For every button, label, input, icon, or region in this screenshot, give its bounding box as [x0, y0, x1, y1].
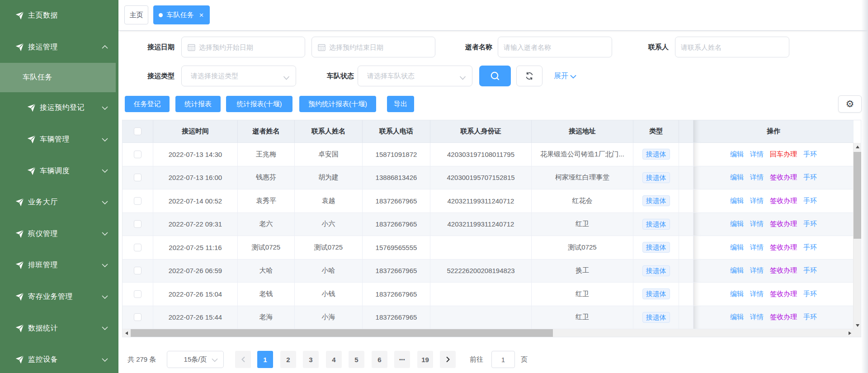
row-action-link[interactable]: 详情	[750, 197, 764, 205]
row-action-link[interactable]: 签收办理	[770, 220, 797, 228]
sidebar-item[interactable]: 数据统计	[0, 312, 118, 344]
page-number-button[interactable]: •••	[394, 351, 410, 368]
row-action-link[interactable]: 编辑	[730, 150, 744, 159]
cell-checkbox	[123, 236, 153, 259]
row-action-link[interactable]: 手环	[803, 313, 817, 321]
page-number-button[interactable]: 5	[349, 351, 364, 368]
row-action-link[interactable]: 手环	[803, 243, 817, 252]
table-horizontal-scrollbar[interactable]	[123, 329, 854, 337]
row-action-link[interactable]: 手环	[803, 197, 817, 205]
page-number-button[interactable]: 6	[372, 351, 387, 368]
row-action-link[interactable]: 签收办理	[770, 290, 797, 298]
paper-plane-icon	[15, 260, 24, 270]
date-start-input[interactable]	[182, 37, 305, 57]
sidebar-item[interactable]: 殡仪管理	[0, 218, 118, 250]
tab-fleet-tasks[interactable]: 车队任务 ×	[153, 5, 210, 24]
row-checkbox[interactable]	[134, 220, 142, 228]
stats-report-button[interactable]: 统计报表	[175, 96, 221, 112]
row-checkbox[interactable]	[134, 197, 142, 205]
prev-page-button[interactable]	[235, 351, 251, 368]
row-action-link[interactable]: 详情	[750, 150, 764, 159]
sidebar-item[interactable]: 主页数据	[0, 0, 118, 32]
cell-spacer	[679, 213, 693, 236]
row-action-link[interactable]: 详情	[750, 243, 764, 252]
goto-page-input[interactable]	[491, 351, 515, 368]
row-action-link[interactable]: 手环	[803, 150, 817, 159]
scroll-right-icon[interactable]	[846, 329, 854, 337]
sidebar-item[interactable]: 接运预约登记	[0, 92, 118, 124]
row-checkbox[interactable]	[134, 174, 142, 181]
row-action-link[interactable]: 编辑	[730, 266, 744, 275]
stats-report-shiyan-button[interactable]: 统计报表(十堰)	[226, 96, 292, 112]
page-number-button[interactable]: 2	[280, 351, 296, 368]
cell-type: 接遗体	[633, 213, 679, 236]
row-action-link[interactable]: 编辑	[730, 313, 744, 321]
expand-link[interactable]: 展开	[554, 66, 576, 86]
row-action-link[interactable]: 详情	[750, 313, 764, 321]
sidebar-item[interactable]: 车辆调度	[0, 155, 118, 187]
row-action-link[interactable]: 签收办理	[770, 266, 797, 275]
row-checkbox[interactable]	[134, 151, 142, 158]
row-action-link[interactable]: 详情	[750, 173, 764, 182]
sidebar-item[interactable]: 接运管理	[0, 32, 118, 63]
sidebar-item-label: 监控设备	[28, 355, 58, 364]
sidebar-item[interactable]: 寄存业务管理	[0, 281, 118, 313]
tab-home[interactable]: 主页	[124, 5, 148, 24]
export-button[interactable]: 导出	[387, 96, 414, 112]
row-action-link[interactable]: 签收办理	[770, 313, 797, 321]
scroll-down-icon[interactable]	[854, 321, 861, 329]
row-action-link[interactable]: 回车办理	[770, 150, 797, 159]
sidebar-item-label: 寄存业务管理	[28, 292, 73, 302]
row-checkbox[interactable]	[134, 313, 142, 321]
row-action-link[interactable]: 签收办理	[770, 173, 797, 182]
cell-actions: 编辑详情签收办理手环	[693, 189, 854, 212]
page-number-button[interactable]: 19	[417, 351, 433, 368]
page-number-button[interactable]: 3	[303, 351, 319, 368]
next-page-button[interactable]	[440, 351, 456, 368]
sidebar-item[interactable]: 排班管理	[0, 250, 118, 281]
sidebar-item[interactable]: 业务大厅	[0, 187, 118, 218]
cell-checkbox	[123, 306, 153, 329]
task-register-button[interactable]: 任务登记	[125, 96, 170, 112]
sidebar-item[interactable]: 车队任务	[0, 63, 118, 92]
row-action-link[interactable]: 签收办理	[770, 243, 797, 252]
row-action-link[interactable]: 手环	[803, 290, 817, 298]
row-action-link[interactable]: 编辑	[730, 173, 744, 182]
fleet-select[interactable]: 请选择车队状态	[358, 66, 472, 86]
row-action-link[interactable]: 编辑	[730, 197, 744, 205]
row-checkbox[interactable]	[134, 290, 142, 298]
table-vertical-scrollbar[interactable]	[853, 143, 861, 329]
row-action-link[interactable]: 编辑	[730, 290, 744, 298]
row-action-link[interactable]: 手环	[803, 173, 817, 182]
sidebar-item[interactable]: 车辆管理	[0, 124, 118, 156]
select-all-checkbox[interactable]	[134, 127, 142, 135]
row-checkbox[interactable]	[134, 267, 142, 274]
sidebar-item-label: 主页数据	[28, 11, 58, 20]
reserve-stats-report-shiyan-button[interactable]: 预约统计报表(十堰)	[299, 96, 376, 112]
row-action-link[interactable]: 编辑	[730, 220, 744, 228]
page-size-select[interactable]: 15条/页	[167, 351, 224, 368]
row-checkbox[interactable]	[134, 244, 142, 251]
type-tag: 接遗体	[642, 288, 670, 299]
row-action-link[interactable]: 签收办理	[770, 197, 797, 205]
vertical-scroll-thumb[interactable]	[854, 152, 861, 239]
sidebar-item[interactable]: 监控设备	[0, 344, 118, 373]
scroll-up-icon[interactable]	[854, 143, 861, 151]
close-icon[interactable]: ×	[198, 11, 205, 19]
row-action-link[interactable]: 详情	[750, 220, 764, 228]
scroll-left-icon[interactable]	[123, 329, 130, 337]
page-number-button[interactable]: 1	[257, 351, 273, 368]
row-action-link[interactable]: 手环	[803, 266, 817, 275]
page-number-button[interactable]: 4	[326, 351, 342, 368]
row-action-link[interactable]: 详情	[750, 266, 764, 275]
chevron-down-icon	[102, 232, 108, 236]
column-settings-button[interactable]: ⚙	[838, 95, 862, 113]
refresh-button[interactable]	[516, 66, 542, 86]
contact-name-input[interactable]	[675, 37, 789, 57]
row-action-link[interactable]: 详情	[750, 290, 764, 298]
paper-plane-icon	[27, 166, 36, 176]
search-button[interactable]	[479, 66, 511, 86]
horizontal-scroll-thumb[interactable]	[131, 329, 553, 337]
row-action-link[interactable]: 手环	[803, 220, 817, 228]
row-action-link[interactable]: 编辑	[730, 243, 744, 252]
